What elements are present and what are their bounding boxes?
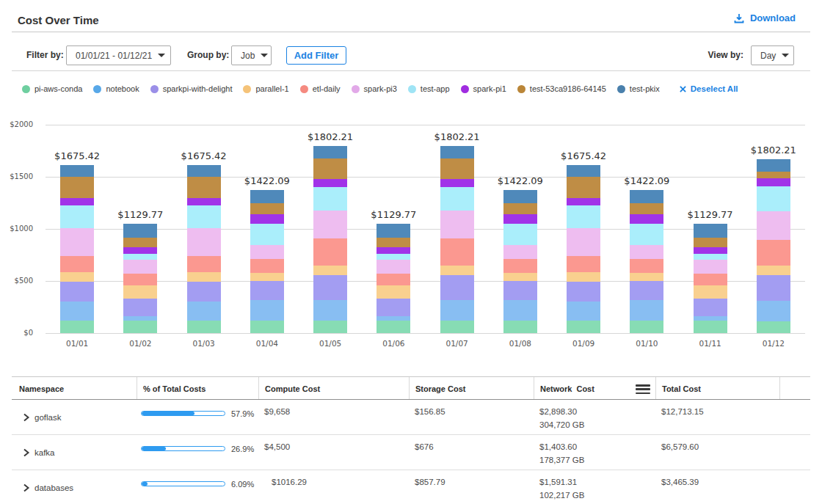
deselect-all-button[interactable]: Deselect All: [680, 84, 738, 93]
bar-segment-spark-pi3[interactable]: [630, 245, 663, 260]
bar-segment-sparkpi-with-delight[interactable]: [313, 275, 347, 301]
bar-segment-pi-aws-conda[interactable]: [694, 321, 727, 333]
bar-segment-test-app[interactable]: [377, 254, 410, 259]
bar-segment-pi-aws-conda[interactable]: [440, 321, 474, 333]
bar-segment-etl-daily[interactable]: [567, 256, 600, 272]
bar-segment-spark-pi1[interactable]: [503, 214, 537, 224]
stacked-bar-01/03[interactable]: [187, 165, 221, 333]
bar-segment-spark-pi3[interactable]: [694, 260, 727, 274]
expand-chevron-icon[interactable]: [22, 413, 30, 422]
bar-segment-test-53ca9186-64145[interactable]: [250, 203, 284, 214]
bar-segment-notebook[interactable]: [60, 302, 94, 321]
bar-segment-spark-pi3[interactable]: [567, 228, 600, 256]
bar-segment-test-app[interactable]: [694, 254, 727, 259]
bar-segment-pi-aws-conda[interactable]: [187, 321, 221, 333]
bar-segment-etl-daily[interactable]: [440, 238, 474, 266]
bar-segment-pi-aws-conda[interactable]: [250, 321, 284, 333]
bar-segment-spark-pi1[interactable]: [567, 198, 600, 205]
bar-segment-notebook[interactable]: [313, 300, 347, 321]
bar-segment-etl-daily[interactable]: [757, 240, 790, 266]
bar-segment-test-53ca9186-64145[interactable]: [757, 172, 790, 179]
bar-segment-sparkpi-with-delight[interactable]: [123, 299, 157, 316]
bar-segment-etl-daily[interactable]: [187, 256, 221, 272]
bar-segment-test-53ca9186-64145[interactable]: [60, 177, 94, 197]
bar-segment-spark-pi3[interactable]: [60, 228, 94, 256]
bar-segment-sparkpi-with-delight[interactable]: [60, 282, 94, 302]
bar-segment-test-53ca9186-64145[interactable]: [377, 238, 410, 247]
stacked-bar-01/01[interactable]: [60, 165, 94, 333]
bar-segment-test-pkix[interactable]: [440, 146, 474, 158]
view-by-dropdown[interactable]: Day: [751, 45, 794, 65]
bar-segment-pi-aws-conda[interactable]: [503, 321, 537, 333]
bar-segment-spark-pi1[interactable]: [187, 198, 221, 205]
bar-segment-pi-aws-conda[interactable]: [123, 321, 157, 333]
bar-segment-test-53ca9186-64145[interactable]: [123, 238, 157, 247]
bar-segment-test-pkix[interactable]: [503, 190, 537, 203]
bar-segment-sparkpi-with-delight[interactable]: [377, 299, 410, 316]
bar-segment-test-app[interactable]: [630, 224, 663, 245]
bar-segment-etl-daily[interactable]: [313, 238, 347, 266]
legend-item-spark-pi3[interactable]: spark-pi3: [352, 84, 397, 93]
legend-item-test-53ca9186-64145[interactable]: test-53ca9186-64145: [517, 84, 606, 93]
bar-segment-test-app[interactable]: [187, 205, 221, 228]
stacked-bar-01/05[interactable]: [313, 146, 347, 333]
bar-segment-etl-daily[interactable]: [123, 274, 157, 286]
bar-segment-notebook[interactable]: [440, 300, 474, 321]
bar-segment-notebook[interactable]: [630, 300, 663, 321]
bar-segment-spark-pi3[interactable]: [187, 228, 221, 256]
bar-segment-spark-pi3[interactable]: [313, 211, 347, 238]
stacked-bar-01/04[interactable]: [250, 190, 284, 333]
bar-segment-pi-aws-conda[interactable]: [313, 321, 347, 333]
stacked-bar-01/09[interactable]: [567, 165, 600, 333]
bar-segment-notebook[interactable]: [503, 300, 537, 321]
bar-segment-parallel-1[interactable]: [377, 285, 410, 299]
add-filter-button[interactable]: Add Filter: [286, 46, 346, 65]
legend-item-parallel-1[interactable]: parallel-1: [243, 84, 288, 93]
bar-segment-test-pkix[interactable]: [250, 190, 284, 203]
bar-segment-spark-pi3[interactable]: [377, 260, 410, 274]
bar-segment-test-pkix[interactable]: [187, 165, 221, 178]
bar-segment-notebook[interactable]: [250, 300, 284, 321]
bar-segment-test-app[interactable]: [503, 224, 537, 245]
bar-segment-test-app[interactable]: [60, 205, 94, 228]
bar-segment-sparkpi-with-delight[interactable]: [503, 281, 537, 301]
bar-segment-parallel-1[interactable]: [567, 272, 600, 282]
bar-segment-sparkpi-with-delight[interactable]: [567, 282, 600, 302]
bar-segment-spark-pi1[interactable]: [377, 247, 410, 254]
bar-segment-test-pkix[interactable]: [567, 165, 600, 178]
bar-segment-spark-pi1[interactable]: [630, 214, 663, 224]
bar-segment-sparkpi-with-delight[interactable]: [630, 281, 663, 301]
bar-segment-sparkpi-with-delight[interactable]: [694, 299, 727, 316]
bar-segment-parallel-1[interactable]: [757, 266, 790, 275]
stacked-bar-01/10[interactable]: [630, 190, 663, 333]
bar-segment-test-app[interactable]: [440, 187, 474, 211]
bar-segment-test-53ca9186-64145[interactable]: [694, 238, 727, 247]
stacked-bar-01/06[interactable]: [377, 224, 410, 333]
bar-segment-parallel-1[interactable]: [60, 272, 94, 282]
bar-segment-spark-pi3[interactable]: [757, 211, 790, 240]
bar-segment-spark-pi3[interactable]: [123, 260, 157, 274]
stacked-bar-01/12[interactable]: [757, 159, 790, 333]
bar-segment-notebook[interactable]: [187, 302, 221, 321]
legend-item-test-pkix[interactable]: test-pkix: [617, 84, 660, 93]
bar-segment-spark-pi3[interactable]: [503, 245, 537, 260]
bar-segment-spark-pi1[interactable]: [440, 179, 474, 187]
bar-segment-parallel-1[interactable]: [313, 266, 347, 275]
date-range-dropdown[interactable]: 01/01/21 - 01/12/21: [66, 45, 171, 65]
expand-chevron-icon[interactable]: [22, 483, 30, 492]
bar-segment-etl-daily[interactable]: [503, 259, 537, 273]
legend-item-pi-aws-conda[interactable]: pi-aws-conda: [22, 84, 82, 93]
bar-segment-spark-pi1[interactable]: [60, 198, 94, 205]
stacked-bar-01/08[interactable]: [503, 190, 537, 333]
bar-segment-spark-pi1[interactable]: [694, 247, 727, 254]
bar-segment-test-pkix[interactable]: [313, 146, 347, 158]
bar-segment-parallel-1[interactable]: [187, 272, 221, 282]
bar-segment-parallel-1[interactable]: [630, 273, 663, 281]
stacked-bar-01/11[interactable]: [694, 224, 727, 333]
bar-segment-spark-pi1[interactable]: [313, 179, 347, 187]
bar-segment-pi-aws-conda[interactable]: [567, 321, 600, 333]
bar-segment-notebook[interactable]: [567, 302, 600, 321]
bar-segment-etl-daily[interactable]: [694, 274, 727, 286]
bar-segment-sparkpi-with-delight[interactable]: [250, 281, 284, 301]
bar-segment-spark-pi1[interactable]: [250, 214, 284, 224]
